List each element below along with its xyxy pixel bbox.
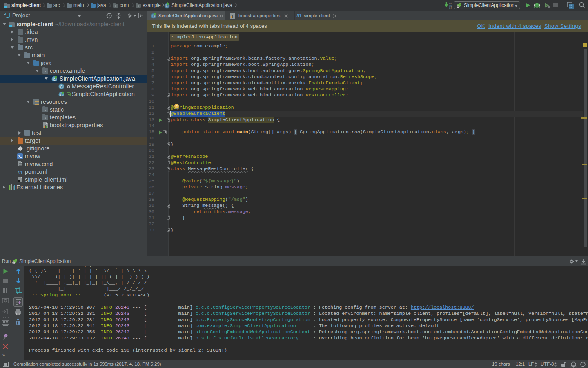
svg-text:01: 01 [449,7,452,9]
svg-text:C: C [60,85,63,89]
